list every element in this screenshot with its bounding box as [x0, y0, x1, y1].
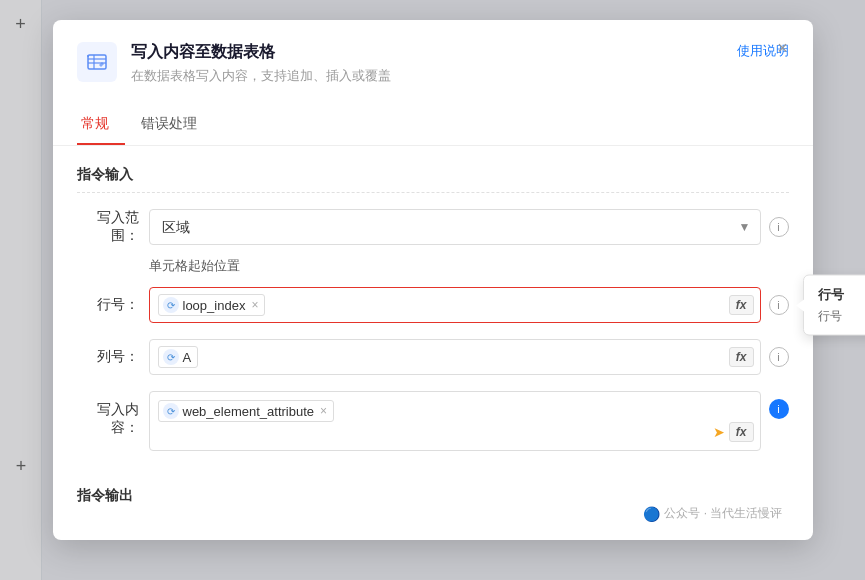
svg-rect-0 [88, 55, 106, 69]
col-tag-label: A [183, 350, 192, 365]
row-number-input[interactable]: ⟳ loop_index × fx [149, 287, 761, 323]
tab-error-handling[interactable]: 错误处理 [137, 105, 213, 145]
content-fx-button[interactable]: fx [729, 422, 754, 442]
modal-dialog: 写入内容至数据表格 在数据表格写入内容，支持追加、插入或覆盖 使用说明 × 常规… [53, 20, 813, 540]
col-tag-icon: ⟳ [163, 349, 179, 365]
modal-header-left: 写入内容至数据表格 在数据表格写入内容，支持追加、插入或覆盖 [77, 42, 391, 85]
table-write-icon [85, 50, 109, 74]
watermark-text: 公众号 · 当代生活慢评 [664, 505, 782, 522]
content-tag-close[interactable]: × [320, 404, 327, 418]
loop-index-icon: ⟳ [163, 297, 179, 313]
watermark-icon: 🔵 [643, 506, 660, 522]
modal-title: 写入内容至数据表格 [131, 42, 391, 63]
col-info-icon[interactable]: i [769, 347, 789, 367]
section-input-title: 指令输入 [77, 166, 789, 193]
loop-index-tag-close[interactable]: × [251, 298, 258, 312]
row-number-tag: ⟳ loop_index × [158, 294, 266, 316]
content-input[interactable]: ⟳ web_element_attribute × ➤ fx [149, 391, 761, 451]
row-number-row: 行号： ⟳ loop_index × fx i [77, 287, 789, 323]
modal-subtitle: 在数据表格写入内容，支持追加、插入或覆盖 [131, 67, 391, 85]
col-number-tag: ⟳ A [158, 346, 199, 368]
start-cell-label: 单元格起始位置 [77, 257, 789, 275]
tab-general[interactable]: 常规 [77, 105, 125, 145]
modal-body: 指令输入 写入范围： 区域 行 列 单元格 ▼ i [53, 146, 813, 487]
modal-close-button[interactable]: × [771, 36, 795, 60]
content-control: ⟳ web_element_attribute × ➤ fx [149, 391, 761, 451]
content-label: 写入内容： [77, 391, 149, 437]
content-tag: ⟳ web_element_attribute × [158, 400, 335, 422]
write-range-label: 写入范围： [77, 209, 149, 245]
write-range-info-icon[interactable]: i [769, 217, 789, 237]
write-range-select[interactable]: 区域 行 列 单元格 [149, 209, 761, 245]
col-number-control: ⟳ A fx [149, 339, 761, 375]
modal-overlay: 写入内容至数据表格 在数据表格写入内容，支持追加、插入或覆盖 使用说明 × 常规… [0, 0, 865, 580]
row-tooltip: 行号 行号 [803, 275, 866, 336]
row-fx-button[interactable]: fx [729, 295, 754, 315]
content-tag-icon: ⟳ [163, 403, 179, 419]
write-range-row: 写入范围： 区域 行 列 单元格 ▼ i [77, 209, 789, 245]
row-info-icon[interactable]: i 行号 行号 [769, 295, 789, 315]
row-number-label: 行号： [77, 296, 149, 314]
tooltip-desc: 行号 [818, 308, 866, 325]
content-row: 写入内容： ⟳ web_element_attribute × ➤ fx [77, 391, 789, 451]
modal-header: 写入内容至数据表格 在数据表格写入内容，支持追加、插入或覆盖 使用说明 × [53, 20, 813, 101]
watermark: 🔵 公众号 · 当代生活慢评 [643, 505, 782, 522]
content-tag-label: web_element_attribute [183, 404, 315, 419]
fx-arrow-icon: ➤ [713, 424, 725, 440]
col-number-label: 列号： [77, 348, 149, 366]
row-number-control: ⟳ loop_index × fx [149, 287, 761, 323]
write-range-control: 区域 行 列 单元格 ▼ [149, 209, 761, 245]
section-output-title: 指令输出 [53, 487, 813, 505]
content-info-icon[interactable]: i [769, 399, 789, 419]
tooltip-title: 行号 [818, 286, 866, 304]
loop-index-tag-label: loop_index [183, 298, 246, 313]
modal-icon [77, 42, 117, 82]
col-number-input[interactable]: ⟳ A fx [149, 339, 761, 375]
col-fx-button[interactable]: fx [729, 347, 754, 367]
modal-title-area: 写入内容至数据表格 在数据表格写入内容，支持追加、插入或覆盖 [131, 42, 391, 85]
write-range-select-wrap: 区域 行 列 单元格 ▼ [149, 209, 761, 245]
tooltip-arrow [796, 299, 804, 311]
modal-tabs: 常规 错误处理 [53, 105, 813, 146]
col-number-row: 列号： ⟳ A fx i [77, 339, 789, 375]
